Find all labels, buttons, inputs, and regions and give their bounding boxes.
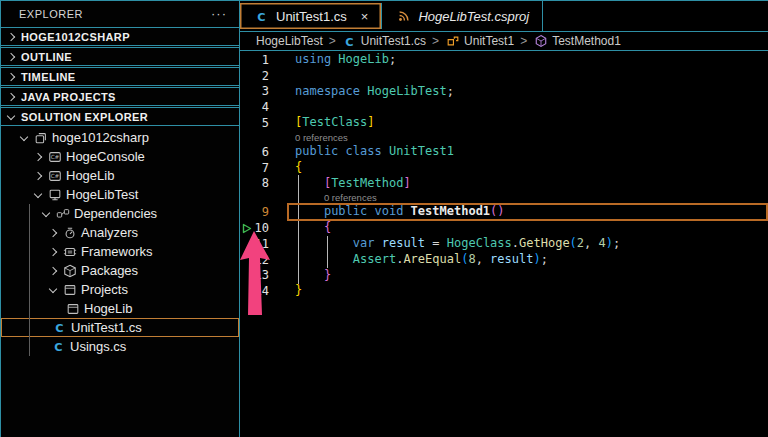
sidebar-section-outline[interactable]: OUTLINE: [1, 47, 239, 66]
code-line-7[interactable]: 7{: [240, 160, 768, 176]
tree-item-analyzers[interactable]: Analyzers: [1, 223, 239, 242]
sidebar-section-timeline[interactable]: TIMELINE: [1, 67, 239, 86]
breadcrumb-item-unittest1-cs[interactable]: CUnitTest1.cs: [342, 34, 426, 49]
tree-item-unittest1-cs[interactable]: CUnitTest1.cs: [1, 318, 239, 337]
code-text: }: [295, 268, 331, 284]
code-text: {: [295, 160, 302, 176]
breadcrumb-separator: >: [329, 34, 336, 48]
tab-bar: CUnitTest1.cs×HogeLibTest.csproj: [240, 1, 768, 31]
solution-icon: [32, 131, 49, 145]
breadcrumb-item-unittest1[interactable]: UnitTest1: [445, 34, 514, 48]
svg-text:C: C: [55, 322, 63, 335]
section-label: TIMELINE: [21, 71, 76, 83]
code-editor[interactable]: 1using HogeLib;23namespace HogeLibTest;4…: [240, 51, 768, 437]
tree-item-twistie[interactable]: [44, 230, 61, 236]
project-ref-icon: [64, 302, 81, 316]
code-text: }: [295, 283, 302, 299]
tree-item-hogeconsole[interactable]: C#HogeConsole: [1, 147, 239, 166]
code-text: {: [295, 220, 331, 236]
chevron-down-icon: [19, 132, 27, 140]
chevron-right-icon: [48, 247, 56, 255]
tab-hogelibtest-csproj[interactable]: HogeLibTest.csproj: [382, 1, 543, 31]
svg-text:C: C: [257, 10, 265, 23]
tree-item-twistie[interactable]: [44, 288, 61, 292]
class-icon: [445, 34, 460, 48]
tree-item-twistie[interactable]: [44, 249, 61, 255]
code-line-6[interactable]: 6public class UnitTest1: [240, 144, 768, 160]
csharp-file-icon: C: [51, 320, 68, 335]
svg-text:C: C: [345, 35, 353, 48]
breadcrumb-item-testmethod1[interactable]: TestMethod1: [533, 34, 621, 48]
chevron-right-icon: [33, 171, 41, 179]
tree-item-label: Projects: [81, 282, 128, 297]
code-text: namespace HogeLibTest;: [295, 84, 454, 100]
tree-item-dependencies[interactable]: Dependencies: [1, 204, 239, 223]
tree-item-packages[interactable]: Packages: [1, 261, 239, 280]
line-number: 2: [254, 69, 269, 83]
close-icon[interactable]: ×: [361, 9, 369, 24]
csharp-project-icon: C#: [46, 150, 63, 164]
tree-item-twistie[interactable]: [29, 154, 46, 160]
codelens-references[interactable]: 0 references: [324, 192, 377, 203]
sidebar-sections: HOGE1012CSHARPOUTLINETIMELINEJAVA PROJEC…: [1, 26, 239, 126]
tree-item-twistie[interactable]: [29, 173, 46, 179]
tree-item-twistie[interactable]: [15, 136, 32, 140]
run-test-icon[interactable]: [242, 223, 252, 234]
tree-item-hoge1012csharp[interactable]: hoge1012csharp: [1, 128, 239, 147]
tree-item-twistie[interactable]: [29, 193, 46, 197]
analyzers-icon: [61, 226, 78, 240]
code-line-8[interactable]: 8 [TestMethod]: [240, 176, 768, 192]
tree-item-usings-cs[interactable]: CUsings.cs: [1, 337, 239, 356]
code-line-11[interactable]: 11 var result = HogeClass.GetHoge(2, 4);: [240, 236, 768, 252]
code-line-10[interactable]: 10 {: [240, 220, 768, 236]
code-text: [TestClass]: [295, 115, 375, 131]
line-number: 5: [254, 116, 269, 130]
line-number: 8: [254, 176, 269, 190]
line-number: 3: [254, 84, 269, 98]
code-line-12[interactable]: 12 Assert.AreEqual(8, result);: [240, 252, 768, 268]
more-actions-icon[interactable]: ···: [211, 6, 227, 21]
tree-item-hogelib[interactable]: HogeLib: [1, 299, 239, 318]
breadcrumb-label: HogeLibTest: [256, 34, 323, 48]
line-number: 4: [254, 100, 269, 114]
sidebar-section-java-projects[interactable]: JAVA PROJECTS: [1, 87, 239, 106]
code-line-4[interactable]: 4: [240, 99, 768, 115]
tree-item-label: HogeLib: [84, 301, 132, 316]
chevron-down-icon: [7, 111, 15, 119]
breadcrumb-item-hogelibtest[interactable]: HogeLibTest: [256, 34, 323, 48]
csharp-file-icon: C: [342, 34, 357, 49]
chevron-right-icon: [33, 152, 41, 160]
code-line-5[interactable]: 5[TestClass]: [240, 115, 768, 131]
glyph-margin[interactable]: [240, 223, 254, 234]
method-icon: [533, 34, 548, 48]
chevron-down-icon: [41, 208, 49, 216]
codelens-references[interactable]: 0 references: [295, 132, 348, 143]
tree-item-twistie[interactable]: [37, 212, 54, 216]
line-number: 12: [254, 253, 269, 267]
line-number: 7: [254, 161, 269, 175]
tab-label: HogeLibTest.csproj: [418, 9, 529, 24]
tree-item-hogelibtest[interactable]: HogeLibTest: [1, 185, 239, 204]
tree-indent-guide: [29, 204, 30, 356]
codelens-row: 0 references: [240, 131, 768, 144]
tree-item-hogelib[interactable]: C#HogeLib: [1, 166, 239, 185]
code-line-14[interactable]: 14}: [240, 283, 768, 299]
code-line-1[interactable]: 1using HogeLib;: [240, 52, 768, 68]
sidebar-section-solution-explorer[interactable]: SOLUTION EXPLORER: [1, 107, 239, 126]
code-line-2[interactable]: 2: [240, 68, 768, 84]
sidebar-section-hoge1012csharp[interactable]: HOGE1012CSHARP: [1, 27, 239, 46]
code-text: public class UnitTest1: [295, 144, 454, 160]
line-number: 10: [254, 221, 269, 235]
code-line-9[interactable]: 9 public void TestMethod1(): [240, 204, 768, 220]
tab-unittest1-cs[interactable]: CUnitTest1.cs×: [240, 3, 382, 29]
tree-item-label: HogeLibTest: [66, 187, 138, 202]
tree-item-frameworks[interactable]: Frameworks: [1, 242, 239, 261]
code-line-3[interactable]: 3namespace HogeLibTest;: [240, 84, 768, 100]
chevron-right-icon: [7, 72, 15, 80]
tree-item-projects[interactable]: Projects: [1, 280, 239, 299]
tree-item-twistie[interactable]: [44, 268, 61, 274]
line-number: 9: [254, 205, 269, 219]
code-line-13[interactable]: 13 }: [240, 268, 768, 284]
frameworks-icon: [61, 245, 78, 259]
dependencies-icon: [54, 207, 71, 221]
